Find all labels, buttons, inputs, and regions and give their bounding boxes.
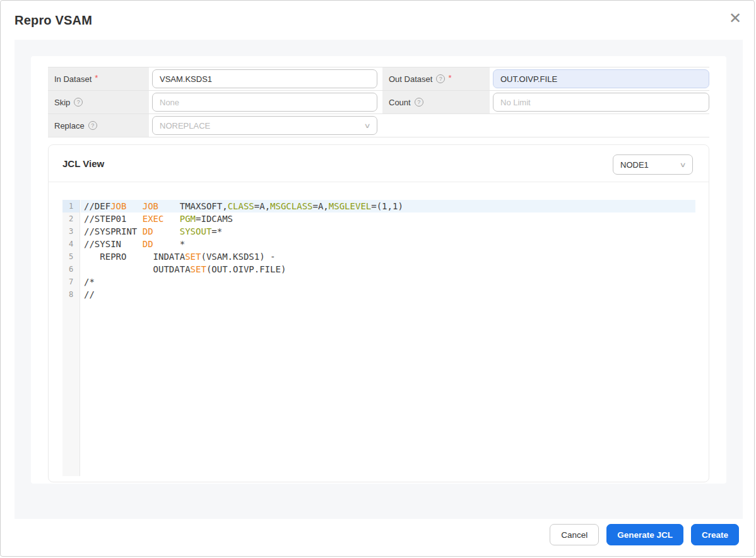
replace-select[interactable]: NOREPLACE ∨: [152, 116, 377, 135]
form-row-2: Skip? Count?: [48, 91, 709, 114]
form-row-1: In Dataset* Out Dataset?*: [48, 67, 709, 91]
line-number: 4: [62, 238, 80, 250]
required-asterisk: *: [448, 73, 451, 83]
generate-jcl-button[interactable]: Generate JCL: [606, 524, 683, 545]
line-number: 6: [62, 263, 80, 276]
help-icon[interactable]: ?: [88, 121, 97, 130]
help-icon[interactable]: ?: [74, 98, 83, 107]
editor-gutter: 12345678: [62, 200, 80, 476]
code-line[interactable]: OUTDATASET(OUT.OIVP.FILE): [81, 263, 695, 276]
create-button[interactable]: Create: [691, 524, 739, 545]
line-number: 8: [62, 288, 80, 301]
line-number: 7: [62, 276, 80, 288]
skip-label: Skip?: [48, 91, 149, 113]
count-input[interactable]: [493, 93, 709, 112]
replace-select-value: NOREPLACE: [160, 121, 210, 131]
dialog-body: In Dataset* Out Dataset?* Skip?: [15, 40, 743, 519]
help-icon[interactable]: ?: [436, 74, 445, 83]
code-line[interactable]: //SYSPRINT DD SYSOUT=*: [81, 225, 695, 238]
out-dataset-input[interactable]: [493, 69, 709, 88]
repro-vsam-dialog: Repro VSAM ✕ In Dataset* Out Dataset?*: [0, 0, 755, 557]
node-select[interactable]: NODE1 ∨: [613, 154, 693, 175]
required-asterisk: *: [95, 73, 98, 83]
skip-field-cell: [149, 91, 377, 113]
jcl-view-header: JCL View NODE1 ∨: [49, 145, 709, 182]
help-icon[interactable]: ?: [415, 98, 423, 107]
skip-input[interactable]: [152, 93, 377, 112]
count-field-cell: [490, 91, 709, 113]
replace-label: Replace?: [48, 114, 149, 137]
dialog-title: Repro VSAM: [15, 13, 92, 28]
code-line[interactable]: //DEFJOB JOB TMAXSOFT,CLASS=A,MSGCLASS=A…: [81, 200, 695, 212]
in-dataset-field-cell: [149, 67, 377, 90]
dialog-footer: Cancel Generate JCL Create: [550, 524, 739, 545]
chevron-down-icon: ∨: [363, 122, 370, 130]
editor-code: //DEFJOB JOB TMAXSOFT,CLASS=A,MSGCLASS=A…: [81, 200, 695, 301]
out-dataset-field-cell: [490, 67, 709, 90]
out-dataset-label: Out Dataset?*: [382, 67, 490, 90]
line-number: 2: [62, 212, 80, 225]
node-select-value: NODE1: [620, 160, 649, 170]
code-line[interactable]: //SYSIN DD *: [81, 238, 695, 250]
line-number: 5: [62, 250, 80, 263]
replace-field-cell: NOREPLACE ∨: [149, 114, 377, 137]
code-line[interactable]: //STEP01 EXEC PGM=IDCAMS: [81, 212, 695, 225]
jcl-view-title: JCL View: [62, 158, 104, 169]
close-icon[interactable]: ✕: [729, 11, 741, 26]
in-dataset-label: In Dataset*: [48, 67, 149, 90]
repro-form: In Dataset* Out Dataset?* Skip?: [48, 67, 709, 137]
form-row-3: Replace? NOREPLACE ∨: [48, 114, 709, 137]
jcl-view-card: JCL View NODE1 ∨ 12345678 //DEFJOB JOB T…: [48, 144, 709, 482]
code-line[interactable]: //: [81, 288, 695, 301]
chevron-down-icon: ∨: [679, 161, 686, 169]
count-label: Count?: [382, 91, 490, 113]
line-number: 1: [62, 200, 80, 212]
jcl-code-editor[interactable]: 12345678 //DEFJOB JOB TMAXSOFT,CLASS=A,M…: [62, 200, 695, 476]
cancel-button[interactable]: Cancel: [550, 524, 599, 545]
line-number: 3: [62, 225, 80, 238]
in-dataset-input[interactable]: [152, 69, 377, 88]
content-panel: In Dataset* Out Dataset?* Skip?: [31, 56, 726, 484]
code-line[interactable]: /*: [81, 276, 695, 288]
code-line[interactable]: REPRO INDATASET(VSAM.KSDS1) -: [81, 250, 695, 263]
